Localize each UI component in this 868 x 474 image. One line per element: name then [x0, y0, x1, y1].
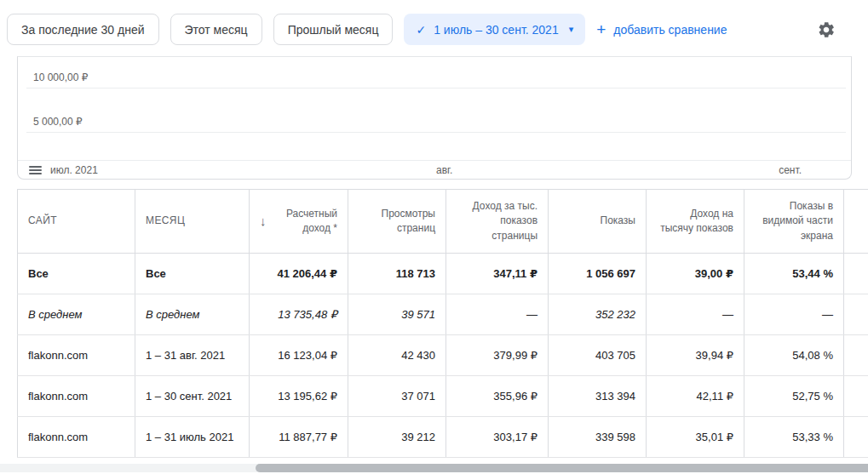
cell-page-rpm: — [446, 294, 549, 335]
settings-gear-icon[interactable] [817, 20, 836, 39]
date-range-toolbar: За последние 30 дней Этот месяц Прошлый … [0, 0, 868, 45]
cell-site: В среднем [18, 294, 135, 335]
earnings-chart-card: 10 000,00 ₽ 5 000,00 ₽ июл. 2021 авг. се… [17, 56, 852, 180]
cell-impression-rpm: 39,94 ₽ [647, 335, 744, 376]
table-row-total: Все Все 41 206,44 ₽ 118 713 347,11 ₽ 1 0… [18, 254, 868, 294]
cell-revenue: 11 887,77 ₽ [250, 417, 348, 458]
y-axis-label: 10 000,00 ₽ [33, 71, 88, 83]
cell-site: Все [18, 254, 135, 294]
cell-page-views: 42 430 [348, 335, 446, 376]
check-icon: ✓ [416, 23, 426, 37]
preset-this-month-button[interactable]: Этот месяц [170, 14, 262, 45]
active-date-range-chip[interactable]: ✓ 1 июль – 30 сент. 2021 ▾ [404, 14, 585, 45]
cell-revenue: 41 206,44 ₽ [250, 254, 348, 294]
column-header-estimated-revenue[interactable]: ↓ Расчетный доход * [250, 190, 348, 254]
column-header-month[interactable]: МЕСЯЦ [135, 190, 250, 254]
column-header-label: Расчетный доход * [270, 207, 338, 237]
cell-revenue: 13 195,62 ₽ [250, 376, 348, 417]
cell-page-rpm: 347,11 ₽ [446, 254, 549, 294]
table-filler-cell [844, 254, 868, 294]
date-range-label: 1 июль – 30 сент. 2021 [434, 23, 558, 37]
table-row: flakonn.com 1 – 31 июль 2021 11 887,77 ₽… [18, 417, 868, 458]
chart-x-axis: июл. 2021 авг. сент. [18, 160, 851, 180]
table-filler-cell [844, 335, 868, 376]
column-header-page-rpm[interactable]: Доход за тыс. показов страницы [446, 190, 549, 254]
column-header-impression-rpm[interactable]: Доход на тысячу показов [647, 190, 744, 254]
add-comparison-button[interactable]: + добавить сравнение [596, 21, 727, 37]
cell-month: 1 – 30 сент. 2021 [135, 376, 250, 417]
table-header-row: САЙТ МЕСЯЦ ↓ Расчетный доход * Просмотры… [18, 190, 868, 254]
cell-impression-rpm: — [647, 294, 744, 335]
sort-descending-icon: ↓ [260, 212, 267, 231]
table-row-average: В среднем В среднем 13 735,48 ₽ 39 571 —… [18, 294, 868, 335]
cell-impressions: 339 598 [549, 417, 647, 458]
gridline [26, 88, 846, 89]
chart-plot-area: 10 000,00 ₽ 5 000,00 ₽ [18, 57, 851, 160]
cell-page-views: 39 571 [348, 294, 446, 335]
plus-icon: + [596, 21, 606, 37]
report-table: САЙТ МЕСЯЦ ↓ Расчетный доход * Просмотры… [17, 189, 868, 458]
table-filler-cell [844, 294, 868, 335]
report-table-container: САЙТ МЕСЯЦ ↓ Расчетный доход * Просмотры… [17, 189, 868, 458]
cell-viewability: 54,08 % [744, 335, 844, 376]
table-row: flakonn.com 1 – 31 авг. 2021 16 123,04 ₽… [18, 335, 868, 376]
gridline [26, 132, 846, 133]
cell-revenue: 13 735,48 ₽ [250, 294, 348, 335]
cell-month: Все [135, 254, 250, 294]
cell-viewability: 52,75 % [744, 376, 844, 417]
preset-last-month-button[interactable]: Прошлый месяц [273, 14, 394, 45]
cell-site: flakonn.com [18, 376, 135, 417]
column-header-impressions[interactable]: Показы [549, 190, 647, 254]
cell-revenue: 16 123,04 ₽ [250, 335, 348, 376]
table-row: flakonn.com 1 – 30 сент. 2021 13 195,62 … [18, 376, 868, 417]
cell-month: 1 – 31 июль 2021 [135, 417, 250, 458]
table-filler-cell [844, 376, 868, 417]
cell-month: 1 – 31 авг. 2021 [135, 335, 250, 376]
x-axis-label: авг. [436, 164, 452, 176]
cell-impressions: 313 394 [549, 376, 647, 417]
cell-site: flakonn.com [18, 335, 135, 376]
column-header-page-views[interactable]: Просмотры страниц [348, 190, 446, 254]
x-axis-label: сент. [779, 164, 802, 176]
cell-page-rpm: 355,96 ₽ [446, 376, 549, 417]
cell-viewability: 53,44 % [744, 254, 844, 294]
chevron-down-icon: ▾ [569, 24, 574, 35]
cell-impression-rpm: 39,00 ₽ [647, 254, 744, 294]
cell-viewability: — [744, 294, 844, 335]
cell-impressions: 352 232 [549, 294, 647, 335]
y-axis-label: 5 000,00 ₽ [33, 116, 83, 128]
x-axis-label: июл. 2021 [50, 164, 98, 176]
column-header-viewability[interactable]: Показы в видимой части экрана [744, 190, 844, 254]
cell-page-rpm: 303,17 ₽ [446, 417, 549, 458]
add-comparison-label: добавить сравнение [613, 23, 727, 37]
cell-impressions: 403 705 [549, 335, 647, 376]
cell-site: flakonn.com [18, 417, 135, 458]
cell-month: В среднем [135, 294, 250, 335]
chart-menu-icon[interactable] [29, 166, 42, 176]
cell-page-rpm: 379,99 ₽ [446, 335, 549, 376]
column-header-site[interactable]: САЙТ [18, 190, 135, 254]
cell-impressions: 1 056 697 [549, 254, 647, 294]
cell-impression-rpm: 42,11 ₽ [647, 376, 744, 417]
table-filler-cell [844, 417, 868, 458]
preset-last-30-days-button[interactable]: За последние 30 дней [7, 14, 159, 45]
scrollbar-thumb[interactable] [256, 464, 868, 472]
cell-viewability: 53,33 % [744, 417, 844, 458]
table-filler-column [844, 190, 868, 254]
cell-impression-rpm: 35,01 ₽ [647, 417, 744, 458]
cell-page-views: 39 212 [348, 417, 446, 458]
cell-page-views: 118 713 [348, 254, 446, 294]
horizontal-scrollbar[interactable] [0, 464, 868, 472]
cell-page-views: 37 071 [348, 376, 446, 417]
